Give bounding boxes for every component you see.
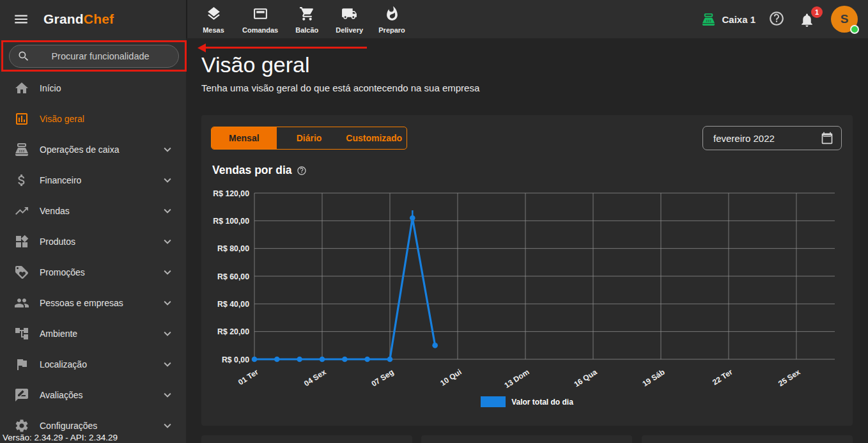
sidebar-item-avaliacoes[interactable]: Avaliações — [0, 380, 186, 410]
annotation-arrow — [206, 47, 367, 49]
flag-icon — [14, 357, 29, 372]
sidebar-header: GrandChef — [0, 0, 186, 38]
sidebar-item-label: Ambiente — [40, 329, 77, 339]
rate-review-icon — [14, 387, 29, 403]
menu-icon[interactable] — [13, 11, 29, 27]
sidebar-item-operacoes-de-caixa[interactable]: Operações de caixa — [0, 134, 186, 165]
cart-icon — [299, 6, 315, 22]
topbar-nav-comandas[interactable]: Comandas — [235, 0, 286, 38]
trending-up-icon — [14, 203, 29, 219]
loyalty-icon — [14, 265, 29, 280]
sidebar-item-promocoes[interactable]: Promoções — [0, 257, 186, 288]
chevron-down-icon — [160, 296, 174, 310]
app-window: GrandChef Início Visão geral Operações d… — [0, 0, 868, 443]
sidebar-item-label: Produtos — [40, 237, 75, 247]
flame-icon — [384, 6, 400, 22]
sidebar-item-label: Promoções — [40, 267, 85, 277]
svg-text:R$ 80,00: R$ 80,00 — [217, 244, 249, 253]
sidebar-item-label: Financeiro — [40, 175, 81, 185]
svg-text:16 Qua: 16 Qua — [572, 368, 598, 389]
period-tabs: MensalDiárioCustomizado — [211, 127, 407, 150]
money-icon — [14, 173, 29, 188]
search-box[interactable] — [9, 45, 179, 68]
bottom-card — [201, 435, 412, 443]
svg-text:19 Sáb: 19 Sáb — [641, 368, 667, 389]
search-input[interactable] — [30, 51, 171, 61]
sidebar-item-financeiro[interactable]: Financeiro — [0, 165, 186, 196]
chart-help-icon[interactable] — [297, 166, 307, 176]
sidebar-item-ambiente[interactable]: Ambiente — [0, 318, 186, 349]
sidebar-item-localizacao[interactable]: Localização — [0, 349, 186, 380]
tab-diario[interactable]: Diário — [277, 127, 342, 149]
sidebar-item-produtos[interactable]: Produtos — [0, 226, 186, 257]
chart-legend[interactable]: Valor total do dia — [201, 396, 853, 407]
logo-part1: Grand — [43, 12, 84, 26]
chevron-down-icon — [160, 419, 174, 433]
topbar-nav-label: Preparo — [378, 26, 405, 34]
topbar-nav-label: Delivery — [336, 26, 363, 34]
legend-swatch — [481, 396, 506, 407]
truck-icon — [341, 6, 357, 22]
topbar-nav-delivery[interactable]: Delivery — [328, 0, 371, 38]
poll-icon — [14, 111, 29, 127]
svg-text:R$ 0,00: R$ 0,00 — [222, 355, 249, 364]
calendar-icon — [821, 132, 833, 144]
sidebar-item-visao-geral[interactable]: Visão geral — [0, 104, 186, 134]
chevron-down-icon — [160, 143, 174, 157]
svg-text:R$ 100,00: R$ 100,00 — [213, 217, 249, 226]
cashier-label: Caixa 1 — [722, 14, 756, 25]
topbar-nav-mesas[interactable]: Mesas — [192, 0, 235, 38]
chevron-down-icon — [160, 173, 174, 187]
notifications-button[interactable]: 1 — [799, 10, 818, 29]
svg-text:25 Sex: 25 Sex — [777, 368, 802, 389]
chevron-down-icon — [160, 357, 174, 371]
topbar-nav-label: Balcão — [295, 26, 318, 34]
sidebar-item-pessoas-e-empresas[interactable]: Pessoas e empresas — [0, 288, 186, 318]
online-status-dot — [850, 25, 859, 34]
sidebar-item-inicio[interactable]: Início — [0, 73, 186, 104]
sales-line-chart: R$ 120,00R$ 100,00R$ 80,00R$ 60,00R$ 40,… — [212, 184, 837, 392]
help-button[interactable] — [768, 10, 786, 28]
search-icon — [17, 50, 30, 63]
svg-text:04 Sex: 04 Sex — [302, 368, 328, 389]
page-title: Visão geral — [201, 52, 310, 77]
svg-text:R$ 40,00: R$ 40,00 — [217, 300, 249, 309]
chevron-down-icon — [160, 327, 174, 341]
page-subtitle: Tenha uma visão geral do que está aconte… — [201, 82, 479, 93]
sidebar-item-label: Início — [40, 83, 61, 93]
topbar-nav-preparo[interactable]: Preparo — [371, 0, 413, 38]
overview-card: MensalDiárioCustomizado fevereiro 2022 V… — [201, 115, 853, 426]
svg-text:22 Ter: 22 Ter — [711, 368, 734, 387]
sidebar-menu: Início Visão geral Operações de caixa Fi… — [0, 73, 186, 441]
bottom-card — [642, 435, 853, 443]
cash-register-icon — [14, 142, 29, 157]
avatar-letter: S — [841, 12, 849, 26]
sidebar-item-label: Configurações — [40, 421, 97, 431]
sidebar-item-label: Avaliações — [40, 390, 82, 400]
month-picker[interactable]: fevereiro 2022 — [702, 126, 842, 150]
sidebar-item-label: Pessoas e empresas — [40, 298, 123, 308]
layers-icon — [206, 6, 222, 22]
cash-register-icon — [701, 12, 716, 27]
version-text: Versão: 2.34.29 - API: 2.34.29 — [3, 433, 118, 442]
grandchef-logo: GrandChef — [43, 12, 114, 27]
topbar-nav-balcao[interactable]: Balcão — [286, 0, 328, 38]
svg-text:07 Seg: 07 Seg — [370, 368, 396, 389]
sidebar-item-label: Operações de caixa — [40, 144, 120, 155]
cashier-button[interactable]: Caixa 1 — [701, 12, 756, 27]
legend-label: Valor total do dia — [511, 398, 573, 407]
svg-text:R$ 20,00: R$ 20,00 — [217, 327, 249, 336]
tab-customizado[interactable]: Customizado — [341, 127, 407, 149]
topbar-nav-label: Mesas — [203, 26, 224, 34]
settings-icon — [14, 418, 29, 433]
avatar[interactable]: S — [831, 6, 858, 33]
chevron-down-icon — [160, 265, 174, 279]
sidebar: GrandChef Início Visão geral Operações d… — [0, 0, 186, 443]
chart-title-row: Vendas por dia — [212, 164, 307, 177]
sidebar-item-label: Localização — [40, 359, 87, 369]
sidebar-item-label: Visão geral — [40, 114, 84, 124]
tab-mensal[interactable]: Mensal — [212, 127, 277, 149]
chevron-down-icon — [160, 235, 174, 249]
sidebar-item-vendas[interactable]: Vendas — [0, 196, 186, 226]
svg-text:10 Qui: 10 Qui — [438, 368, 463, 388]
